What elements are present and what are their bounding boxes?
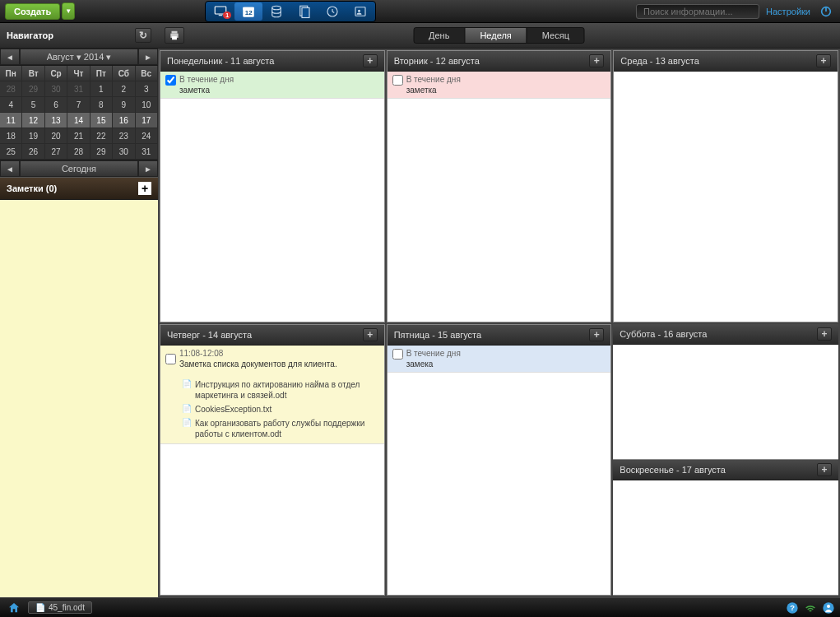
event-attachment[interactable]: 📄Как организовать работу службы поддержк… xyxy=(165,416,379,441)
database-icon[interactable] xyxy=(262,2,290,21)
calendar-day[interactable]: 30 xyxy=(45,81,67,97)
calendar-day-header: Вт xyxy=(22,66,44,81)
calendar-day[interactable]: 19 xyxy=(22,128,44,144)
add-event-button[interactable]: + xyxy=(589,54,604,67)
calendar-day[interactable]: 22 xyxy=(90,128,113,144)
view-tabs: День Неделя Месяц xyxy=(413,27,585,44)
calendar-day[interactable]: 5 xyxy=(22,97,44,113)
calendar-day[interactable]: 25 xyxy=(0,144,22,160)
tab-month[interactable]: Месяц xyxy=(527,28,584,43)
day-header: Воскресенье - 17 августа + xyxy=(613,460,838,480)
calendar-day[interactable]: 4 xyxy=(0,97,22,113)
calendar-day[interactable]: 15 xyxy=(90,113,113,128)
desktop-icon[interactable]: 1 xyxy=(207,2,234,21)
prev-week-button[interactable]: ◄ xyxy=(0,160,20,177)
calendar-day[interactable]: 26 xyxy=(22,144,44,160)
clock-icon[interactable] xyxy=(318,2,346,21)
tab-week[interactable]: Неделя xyxy=(465,28,527,43)
file-icon: 📄 xyxy=(182,418,192,428)
calendar-day[interactable]: 13 xyxy=(45,113,67,128)
tab-day[interactable]: День xyxy=(414,28,465,43)
next-month-button[interactable]: ► xyxy=(138,49,158,65)
svg-point-18 xyxy=(827,605,830,608)
calendar-day[interactable]: 2 xyxy=(113,81,135,97)
search-input[interactable] xyxy=(643,7,752,16)
calendar-day[interactable]: 30 xyxy=(113,144,135,160)
day-header: Четверг - 14 августа + xyxy=(160,325,384,346)
add-event-button[interactable]: + xyxy=(817,327,832,341)
create-button[interactable]: Создать xyxy=(5,3,60,20)
status-tray: ? xyxy=(786,601,835,615)
svg-rect-1 xyxy=(219,14,223,16)
calendar-day[interactable]: 31 xyxy=(136,144,158,160)
notes-panel[interactable] xyxy=(0,200,158,597)
top-icon-bar: 1 12 xyxy=(205,1,376,22)
refresh-button[interactable]: ↻ xyxy=(135,28,151,43)
calendar-day[interactable]: 29 xyxy=(90,144,113,160)
add-note-button[interactable]: + xyxy=(138,182,151,195)
add-event-button[interactable]: + xyxy=(816,54,831,67)
home-button[interactable] xyxy=(5,601,23,615)
event-checkbox[interactable] xyxy=(165,75,176,86)
next-week-button[interactable]: ► xyxy=(138,160,158,177)
calendar-day[interactable]: 14 xyxy=(67,113,90,128)
day-column-saturday: Суббота - 16 августа + xyxy=(613,324,838,460)
calendar-day-header: Ср xyxy=(45,66,67,81)
calendar-day-header: Пт xyxy=(90,66,113,81)
calendar-day[interactable]: 9 xyxy=(113,97,135,113)
documents-icon[interactable] xyxy=(290,2,318,21)
calendar-day[interactable]: 28 xyxy=(0,81,22,97)
today-button[interactable]: Сегодня xyxy=(20,160,138,177)
calendar-day[interactable]: 27 xyxy=(45,144,67,160)
calendar-day[interactable]: 1 xyxy=(90,81,113,97)
add-event-button[interactable]: + xyxy=(589,328,604,341)
taskbar-item[interactable]: 📄 45_fin.odt xyxy=(28,601,92,614)
event-checkbox[interactable] xyxy=(392,75,403,86)
calendar-day[interactable]: 29 xyxy=(22,81,44,97)
prev-month-button[interactable]: ◄ xyxy=(0,49,20,65)
calendar-event[interactable]: В течение днязаметка xyxy=(388,72,611,99)
search-box[interactable] xyxy=(636,4,759,19)
event-attachment[interactable]: 📄CookiesException.txt xyxy=(165,402,379,416)
contacts-icon[interactable] xyxy=(346,2,374,21)
calendar-day[interactable]: 6 xyxy=(45,97,67,113)
day-column-monday: Понедельник - 11 августа + В течение дня… xyxy=(160,50,385,322)
sidebar: Навигатор ↻ ◄ Август ▾ 2014 ▾ ► ПнВтСрЧт… xyxy=(0,23,158,597)
calendar-day[interactable]: 7 xyxy=(67,97,90,113)
add-event-button[interactable]: + xyxy=(363,54,378,67)
user-icon[interactable] xyxy=(822,601,835,615)
wifi-icon[interactable] xyxy=(804,601,817,615)
event-attachment[interactable]: 📄Инструкция по актированию найма в отдел… xyxy=(165,378,379,402)
calendar-day[interactable]: 20 xyxy=(45,128,67,144)
calendar-icon[interactable]: 12 xyxy=(234,2,262,21)
calendar-event[interactable]: В течение днязамека xyxy=(388,346,611,373)
day-header: Понедельник - 11 августа + xyxy=(160,51,384,72)
day-header: Вторник - 12 августа + xyxy=(388,51,611,72)
event-checkbox[interactable] xyxy=(392,349,403,360)
calendar-day[interactable]: 31 xyxy=(67,81,90,97)
calendar-day[interactable]: 21 xyxy=(67,128,90,144)
month-selector[interactable]: Август ▾ 2014 ▾ xyxy=(20,49,138,65)
calendar-day[interactable]: 10 xyxy=(136,97,158,113)
help-icon[interactable]: ? xyxy=(786,601,799,615)
calendar-day[interactable]: 12 xyxy=(22,113,44,128)
calendar-day[interactable]: 24 xyxy=(136,128,158,144)
add-event-button[interactable]: + xyxy=(363,328,378,341)
calendar-day[interactable]: 28 xyxy=(67,144,90,160)
calendar-event[interactable]: В течение днязаметка xyxy=(160,72,384,99)
svg-rect-6 xyxy=(302,7,309,17)
event-checkbox[interactable] xyxy=(165,349,176,369)
print-button[interactable] xyxy=(165,27,184,44)
add-event-button[interactable]: + xyxy=(817,463,832,476)
calendar-day[interactable]: 3 xyxy=(136,81,158,97)
settings-link[interactable]: Настройки xyxy=(766,7,810,16)
power-button[interactable] xyxy=(817,2,835,21)
calendar-day[interactable]: 11 xyxy=(0,113,22,128)
calendar-day[interactable]: 18 xyxy=(0,128,22,144)
calendar-day[interactable]: 8 xyxy=(90,97,113,113)
calendar-day[interactable]: 17 xyxy=(136,113,158,128)
calendar-event[interactable]: 11:08-12:08Заметка списка документов для… xyxy=(160,346,384,444)
create-dropdown[interactable]: ▼ xyxy=(62,2,75,20)
calendar-day[interactable]: 16 xyxy=(113,113,135,128)
calendar-day[interactable]: 23 xyxy=(113,128,135,144)
